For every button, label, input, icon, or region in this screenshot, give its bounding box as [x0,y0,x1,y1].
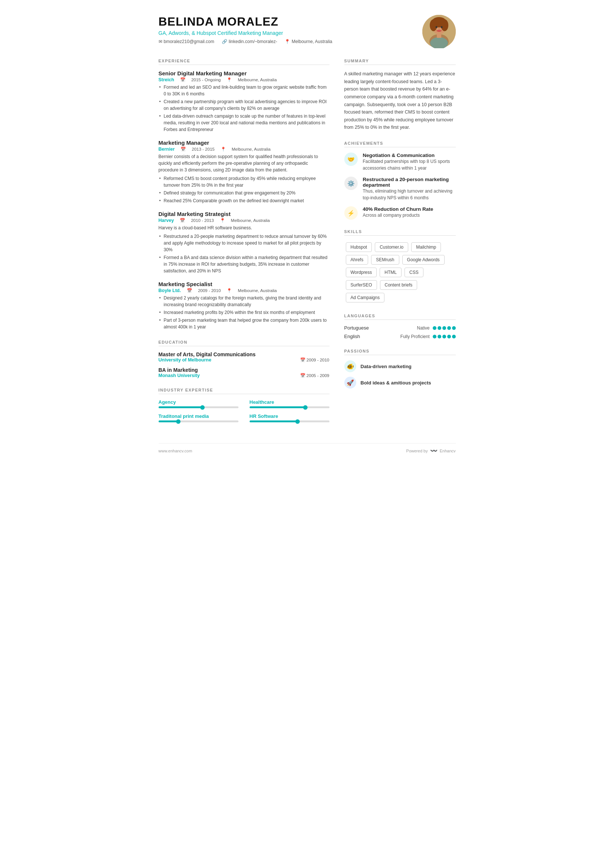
experience-label: EXPERIENCE [159,59,330,65]
expertise-item-3: HR Software [250,414,330,422]
skill-tag-1: Customer.io [375,242,408,252]
loc-icon-4: 📍 [227,288,232,293]
header-info: BELINDA MORALEZ GA, Adwords, & Hubspot C… [159,15,333,44]
bullet-3-2: Formed a BA and data science division wi… [159,254,330,274]
passion-item-0: 🐠 Data-driven marketing [344,360,456,372]
lang-right-0: Native [417,326,455,331]
contact-row: ✉ bmoralez210@gmail.com 🔗 linkedin.com/~… [159,39,333,44]
email-contact: ✉ bmoralez210@gmail.com [159,39,215,44]
date-icon-4: 📅 [187,288,192,293]
passions-label: PASSIONS [344,349,456,355]
edu-block-1: Master of Arts, Digital Communications U… [159,352,330,363]
job-block-1: Senior Digital Marketing Manager Streich… [159,70,330,133]
dates-3: 2010 - 2013 [191,218,214,223]
brand-name: Enhancv [440,449,456,453]
achievement-text-0: Negotiation & Communication Facilitated … [363,152,456,172]
passion-label-1: Bold ideas & amitious projects [361,380,431,386]
expertise-bar-bg-1 [250,406,330,408]
expertise-bar-dot-3 [295,419,300,424]
bullet-4-3: Part of 3-person marketing team that hel… [159,317,330,330]
language-row-1: English Fully Proficient [344,333,456,339]
achievement-text-1: Restructured a 20-person marketing depar… [363,177,456,201]
expertise-bar-fill-1 [250,406,306,408]
dates-1: 2015 - Ongoing [191,78,221,82]
location-icon: 📍 [284,39,290,44]
location-3: Melbourne, Australia [231,218,270,223]
achievement-icon-2: ⚡ [344,206,358,220]
svg-point-9 [440,26,442,28]
passion-item-1: 🚀 Bold ideas & amitious projects [344,377,456,389]
expertise-bar-bg-0 [159,406,238,408]
job-title-3: Digital Marketing Strategist [159,211,330,217]
location-contact: 📍 Melbourne, Australia [284,39,332,44]
date-icon-3: 📅 [180,218,185,223]
expertise-label-3: HR Software [250,414,330,419]
edu-date-1: 📅 2009 - 2010 [300,357,330,363]
lang-level-1: Fully Proficient [400,334,430,339]
lang-dot-1-4 [452,335,456,338]
edu-date-icon-2: 📅 [300,374,305,378]
skill-tag-3: Ahrefs [346,255,368,265]
bullet-3-1: Restructured a 20-people marketing depar… [159,233,330,253]
achievement-icon-0: 🤝 [344,152,358,166]
skill-tag-7: HTML [379,268,401,277]
languages-section: LANGUAGES Portuguese Native English Full… [344,313,456,339]
skill-tag-8: CSS [404,268,423,277]
expertise-bar-dot-1 [303,405,308,410]
skills-grid: HubspotCustomer.ioMailchimpAhrefsSEMrush… [344,241,456,304]
expertise-bar-dot-0 [200,405,205,410]
main-layout: EXPERIENCE Senior Digital Marketing Mana… [159,59,456,432]
expertise-bar-fill-2 [159,420,179,422]
skill-tag-5: Google Adwords [402,255,445,265]
edu-block-2: BA in Marketing Monash University 📅 2005… [159,367,330,378]
education-section: EDUCATION Master of Arts, Digital Commun… [159,340,330,378]
expertise-section: INDUSTRY EXPERTISE Agency Healthcare Tra… [159,388,330,422]
skill-tag-11: Ad Campaigns [346,293,385,302]
job-meta-2: Bernier 📅 2013 - 2015 📍 Melbourne, Austr… [159,147,330,152]
achievement-desc-1: Thus, eliminating high turnover and achi… [363,188,456,201]
avatar [422,15,456,48]
achievement-item-1: ⚙️ Restructured a 20-person marketing de… [344,177,456,201]
edu-date-2: 📅 2005 - 2009 [300,373,330,378]
expertise-bar-dot-2 [176,419,180,424]
achievement-desc-2: Across all company products [363,212,434,219]
edu-degree-1: Master of Arts, Digital Communications [159,352,330,357]
linkedin-icon: 🔗 [222,39,227,44]
bullet-1-1: Formed and led an SEO and link-building … [159,84,330,97]
skills-label: SKILLS [344,229,456,236]
lang-dot-0-4 [452,326,456,330]
expertise-grid: Agency Healthcare Traditonal print media… [159,399,330,422]
bullet-1-2: Created a new partnership program with l… [159,98,330,112]
location-1: Melbourne, Australia [238,78,277,82]
lang-dot-0-3 [447,326,451,330]
lang-dot-1-1 [438,335,441,338]
svg-point-4 [441,19,448,31]
expertise-item-1: Healthcare [250,399,330,408]
bullets-2: Reformed CMS to boost content production… [159,175,330,204]
footer: www.enhancv.com Powered by 〰️ Enhancv [159,443,456,454]
company-1: Streich [159,77,174,82]
lang-right-1: Fully Proficient [400,334,456,339]
dates-2: 2013 - 2015 [192,147,215,151]
expertise-bar-fill-0 [159,406,202,408]
company-4: Boyle Ltd. [159,288,181,293]
lang-dot-1-0 [433,335,437,338]
expertise-label: INDUSTRY EXPERTISE [159,388,330,394]
bullet-4-1: Designed 2 yearly catalogs for the forei… [159,294,330,308]
svg-point-8 [435,26,437,28]
lang-dot-1-3 [447,335,451,338]
job-meta-1: Streich 📅 2015 - Ongoing 📍 Melbourne, Au… [159,77,330,82]
achievements-container: 🤝 Negotiation & Communication Facilitate… [344,152,456,220]
company-3: Harvey [159,218,174,223]
edu-school-2: Monash University [159,373,200,378]
bullet-2-2: Defined strategy for communication that … [159,190,330,196]
lang-level-0: Native [417,326,429,331]
lang-dot-0-1 [438,326,441,330]
edu-degree-2: BA in Marketing [159,367,330,373]
svg-point-10 [437,30,441,32]
achievements-label: ACHIEVEMENTS [344,141,456,147]
lang-dot-0-0 [433,326,437,330]
skill-tag-2: Mailchimp [411,242,441,252]
location-2: Melbourne, Australia [232,147,271,151]
skills-section: SKILLS HubspotCustomer.ioMailchimpAhrefs… [344,229,456,304]
